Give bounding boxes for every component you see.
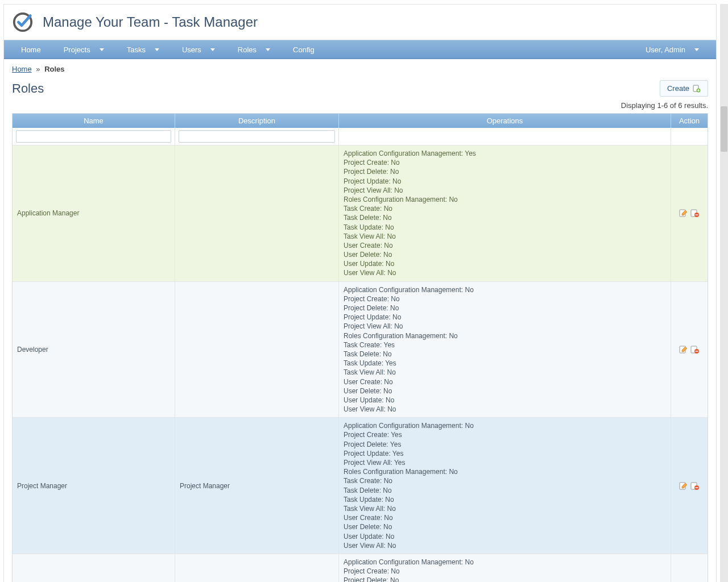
- cell-action: [671, 282, 708, 418]
- col-header-name[interactable]: Name: [13, 114, 175, 128]
- col-header-action: Action: [671, 114, 708, 128]
- cell-operations: Application Configuration Management: No…: [339, 554, 671, 582]
- roles-table: Name Description Operations Action Appli…: [12, 113, 708, 582]
- cell-operations: Application Configuration Management: No…: [339, 282, 671, 418]
- cell-action: [671, 418, 708, 554]
- chevron-down-icon: [100, 48, 104, 51]
- cell-action: [671, 146, 708, 282]
- delete-icon[interactable]: [690, 345, 700, 354]
- cell-description: [175, 146, 339, 282]
- page-title: Roles: [12, 81, 44, 96]
- svg-rect-10: [696, 351, 698, 351]
- nav-item-label: Users: [182, 45, 201, 54]
- add-document-icon: [693, 85, 701, 93]
- chevron-down-icon: [266, 48, 270, 51]
- edit-icon[interactable]: [679, 209, 688, 218]
- nav-item-label: Config: [293, 45, 315, 54]
- nav-item-config[interactable]: Config: [282, 41, 326, 59]
- app-title: Manage Your Team - Task Manager: [43, 14, 258, 30]
- nav-item-label: Home: [21, 45, 41, 54]
- table-row: Application ManagerApplication Configura…: [13, 146, 708, 282]
- result-count: Displaying 1-6 of 6 results.: [4, 99, 716, 113]
- chevron-down-icon: [694, 48, 699, 51]
- header: Manage Your Team - Task Manager: [4, 5, 716, 40]
- table-row: DeveloperApplication Configuration Manag…: [13, 282, 708, 418]
- delete-icon[interactable]: [690, 481, 700, 490]
- scrollbar-thumb[interactable]: [721, 106, 727, 152]
- cell-operations: Application Configuration Management: No…: [339, 418, 671, 554]
- chevron-down-icon: [210, 48, 215, 51]
- cell-description: [175, 282, 339, 418]
- app-logo-icon: [12, 11, 34, 33]
- col-header-operations[interactable]: Operations: [339, 114, 671, 128]
- cell-description: [175, 554, 339, 582]
- cell-description: Project Manager: [175, 418, 339, 554]
- breadcrumb-home-link[interactable]: Home: [12, 65, 32, 73]
- navbar: HomeProjectsTasksUsersRolesConfig User, …: [4, 40, 716, 59]
- edit-icon[interactable]: [679, 481, 688, 490]
- cell-name: Project Manager: [13, 418, 175, 554]
- table-row: Project ManagerProject ManagerApplicatio…: [13, 418, 708, 554]
- cell-name: Application Manager: [13, 146, 175, 282]
- nav-item-tasks[interactable]: Tasks: [115, 41, 171, 59]
- cell-operations: Application Configuration Management: Ye…: [339, 146, 671, 282]
- col-header-description[interactable]: Description: [175, 114, 339, 128]
- table-row: Role ManagerApplication Configuration Ma…: [13, 554, 708, 582]
- cell-name: Role Manager: [13, 554, 175, 582]
- nav-item-label: Roles: [238, 45, 257, 54]
- cell-name: Developer: [13, 282, 175, 418]
- filter-name-input[interactable]: [16, 130, 171, 143]
- delete-icon[interactable]: [690, 209, 700, 218]
- nav-item-users[interactable]: Users: [171, 41, 226, 59]
- nav-item-projects[interactable]: Projects: [52, 41, 115, 59]
- filter-description-input[interactable]: [179, 130, 335, 143]
- nav-user-label: User, Admin: [646, 45, 685, 54]
- nav-item-label: Tasks: [127, 45, 146, 54]
- nav-item-roles[interactable]: Roles: [226, 41, 282, 59]
- nav-user-menu[interactable]: User, Admin: [634, 41, 710, 59]
- nav-item-home[interactable]: Home: [10, 41, 52, 59]
- chevron-down-icon: [155, 48, 159, 51]
- svg-rect-14: [696, 487, 698, 488]
- svg-rect-6: [696, 215, 698, 215]
- nav-item-label: Projects: [64, 45, 90, 54]
- breadcrumb-separator: »: [34, 65, 42, 73]
- breadcrumb: Home » Roles: [4, 59, 716, 78]
- edit-icon[interactable]: [679, 345, 688, 354]
- create-button-label: Create: [667, 84, 689, 93]
- breadcrumb-current: Roles: [44, 65, 64, 73]
- cell-action: [671, 554, 708, 582]
- create-button[interactable]: Create: [660, 80, 708, 97]
